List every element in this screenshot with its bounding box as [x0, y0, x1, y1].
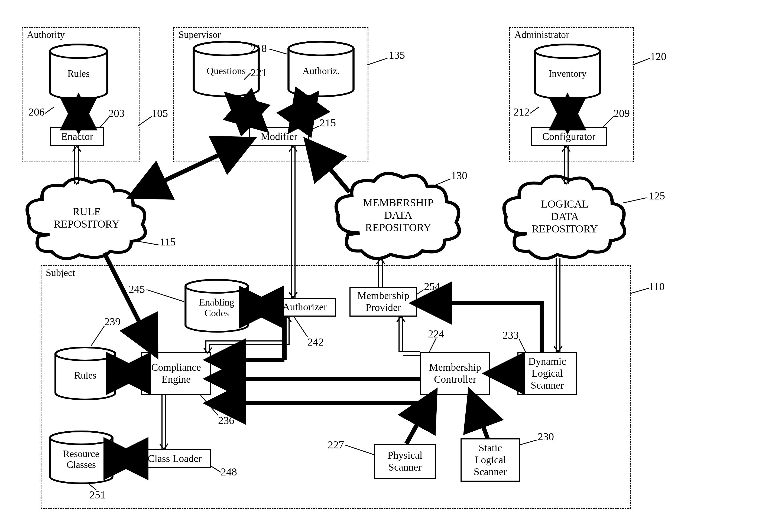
- box-compliance-label: Compliance Engine: [151, 362, 201, 385]
- ref-125: 125: [649, 189, 665, 202]
- ref-215: 215: [320, 117, 336, 129]
- cloud-logical-repository-label: LOGICAL DATA REPOSITORY: [532, 198, 598, 235]
- ref-242: 242: [308, 336, 324, 348]
- box-membership-provider-label: Membership Provider: [357, 290, 409, 313]
- box-configurator-label: Configurator: [542, 131, 595, 142]
- box-static-scanner-label: Static Logical Scanner: [474, 442, 507, 478]
- box-physical-scanner: Physical Scanner: [374, 444, 436, 479]
- ref-218: 218: [251, 42, 267, 55]
- box-membership-controller: Membership Controller: [420, 352, 490, 395]
- box-enactor-label: Enactor: [61, 131, 93, 142]
- cylinder-resource-classes: Resource Classes: [49, 430, 114, 484]
- ref-221: 221: [251, 66, 267, 79]
- box-compliance-engine: Compliance Engine: [141, 352, 211, 395]
- ref-233: 233: [502, 329, 519, 342]
- box-static-scanner: Static Logical Scanner: [460, 438, 520, 482]
- group-subject-title: Subject: [46, 267, 75, 278]
- box-modifier-label: Modifier: [261, 131, 297, 142]
- cylinder-authoriz: Authoriz.: [287, 41, 355, 98]
- cylinder-rules-subject: Rules: [54, 346, 117, 400]
- cloud-membership-repository-label: MEMBERSHIP DATA REPOSITORY: [363, 196, 433, 234]
- cylinder-rules-subject-label: Rules: [74, 370, 96, 381]
- ref-236: 236: [218, 414, 234, 427]
- ref-239: 239: [104, 315, 121, 328]
- group-authority-title: Authority: [27, 29, 65, 40]
- cloud-rule-repository: RULE REPOSITORY: [22, 176, 152, 260]
- box-enactor: Enactor: [50, 127, 104, 146]
- cylinder-rules-authority: Rules: [49, 43, 108, 100]
- cylinder-inventory-label: Inventory: [548, 69, 586, 79]
- box-membership-provider: Membership Provider: [350, 287, 417, 317]
- ref-248: 248: [221, 465, 237, 478]
- group-supervisor-title: Supervisor: [179, 29, 221, 40]
- box-authorizer: Authorizer: [274, 298, 336, 317]
- cloud-rule-repository-label: RULE REPOSITORY: [54, 205, 120, 230]
- box-membership-controller-label: Membership Controller: [429, 362, 481, 385]
- box-physical-scanner-label: Physical Scanner: [387, 449, 422, 473]
- cylinder-questions: Questions: [192, 41, 260, 98]
- ref-105: 105: [152, 107, 168, 120]
- ref-115: 115: [160, 235, 176, 248]
- cylinder-questions-label: Questions: [207, 66, 246, 77]
- box-class-loader: Class Loader: [138, 449, 211, 468]
- cylinder-authoriz-label: Authoriz.: [303, 66, 340, 77]
- group-administrator-title: Administrator: [514, 29, 569, 40]
- ref-206: 206: [28, 106, 45, 118]
- cylinder-resource-label: Resource Classes: [63, 449, 99, 470]
- ref-209: 209: [614, 107, 630, 120]
- box-configurator: Configurator: [531, 127, 607, 146]
- cloud-logical-repository: LOGICAL DATA REPOSITORY: [498, 173, 631, 260]
- ref-120: 120: [650, 50, 666, 63]
- cylinder-inventory: Inventory: [534, 43, 601, 100]
- box-modifier: Modifier: [249, 127, 309, 146]
- cylinder-rules-authority-label: Rules: [67, 69, 90, 79]
- ref-230: 230: [538, 430, 554, 443]
- ref-254: 254: [424, 280, 440, 293]
- box-authorizer-label: Authorizer: [283, 301, 327, 313]
- ref-110: 110: [649, 280, 665, 293]
- ref-245: 245: [129, 283, 145, 296]
- box-dynamic-scanner: Dynamic Logical Scanner: [517, 352, 577, 395]
- ref-212: 212: [513, 106, 529, 118]
- ref-135: 135: [389, 49, 405, 62]
- ref-227: 227: [328, 438, 344, 451]
- box-class-loader-label: Class Loader: [148, 453, 202, 465]
- cylinder-enabling-label: Enabling Codes: [199, 297, 234, 319]
- ref-130: 130: [451, 169, 467, 182]
- box-dynamic-scanner-label: Dynamic Logical Scanner: [528, 356, 566, 391]
- cylinder-enabling-codes: Enabling Codes: [184, 279, 249, 333]
